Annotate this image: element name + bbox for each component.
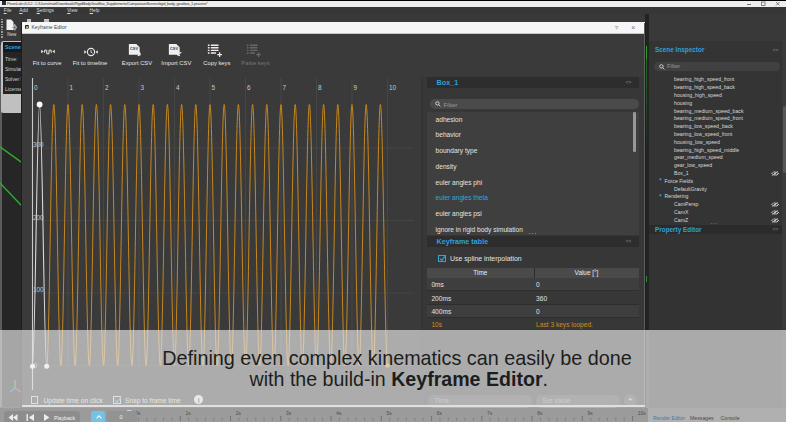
svg-text:1s: 1s xyxy=(185,412,191,417)
svg-text:CSV: CSV xyxy=(130,47,138,51)
svg-text:5: 5 xyxy=(212,84,216,91)
svg-text:7s: 7s xyxy=(487,412,493,417)
svg-text:10s: 10s xyxy=(638,412,646,417)
svg-text:5s: 5s xyxy=(387,412,393,417)
svg-text:1: 1 xyxy=(70,84,74,91)
svg-text:200: 200 xyxy=(33,214,44,221)
svg-text:4: 4 xyxy=(176,84,180,91)
svg-text:8s: 8s xyxy=(537,412,543,417)
svg-text:8: 8 xyxy=(318,84,322,91)
svg-text:0: 0 xyxy=(34,84,38,91)
svg-text:2s: 2s xyxy=(236,412,242,417)
svg-text:3: 3 xyxy=(141,84,145,91)
svg-text:10: 10 xyxy=(389,84,397,91)
svg-text:2: 2 xyxy=(105,84,109,91)
svg-text:300: 300 xyxy=(33,141,44,148)
svg-text:100: 100 xyxy=(33,286,44,293)
svg-text:6: 6 xyxy=(247,84,251,91)
svg-text:6s: 6s xyxy=(437,412,443,417)
svg-text:3s: 3s xyxy=(286,412,292,417)
svg-text:9s: 9s xyxy=(588,412,594,417)
svg-text:9: 9 xyxy=(354,84,358,91)
svg-text:7: 7 xyxy=(283,84,287,91)
svg-text:CSV: CSV xyxy=(170,47,178,51)
svg-text:4s: 4s xyxy=(336,412,342,417)
